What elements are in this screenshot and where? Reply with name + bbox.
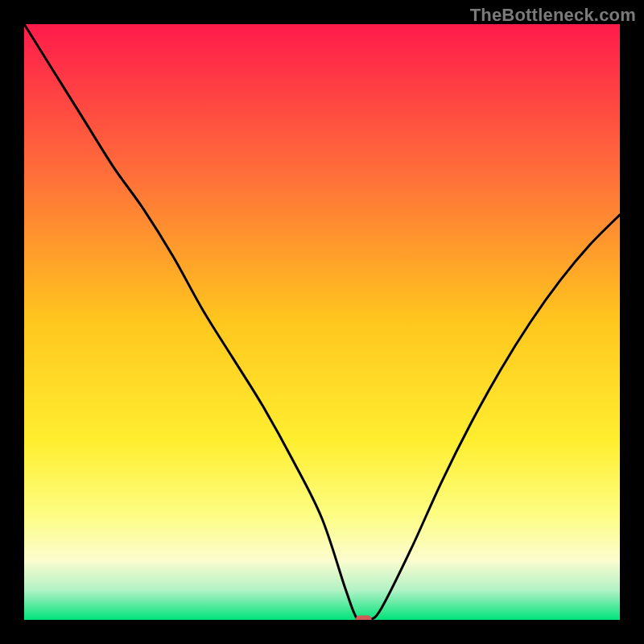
chart-svg bbox=[24, 24, 620, 620]
plot-area bbox=[24, 24, 620, 620]
optimal-marker bbox=[356, 616, 372, 621]
chart-frame: TheBottleneck.com bbox=[0, 0, 644, 644]
watermark-label: TheBottleneck.com bbox=[470, 5, 636, 26]
